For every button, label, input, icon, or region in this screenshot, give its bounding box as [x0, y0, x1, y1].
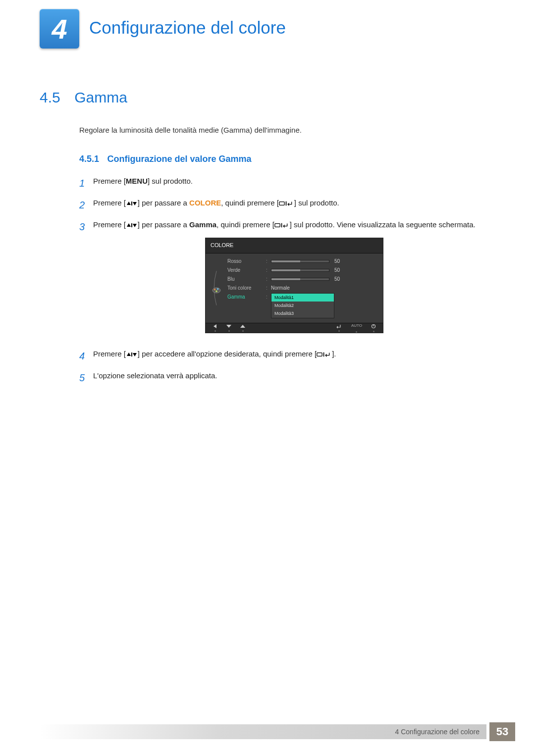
svg-marker-14	[214, 324, 216, 328]
osd-header: COLORE	[206, 238, 383, 253]
osd-nav-left-icon	[213, 324, 217, 332]
chapter-number: 4	[52, 13, 67, 45]
step-3: 3 Premere [] per passare a Gamma, quindi…	[79, 219, 495, 342]
subsection-heading: 4.5.1 Configurazione del valore Gamma	[79, 154, 495, 164]
step-4: 4 Premere [] per accedere all'opzione de…	[79, 348, 495, 364]
osd-row-blu: Blu : 50	[227, 275, 378, 284]
step-number: 1	[79, 175, 93, 191]
osd-gamma-dropdown: Modalità1 Modalità2 Modalità3	[271, 293, 334, 318]
up-down-icon	[126, 200, 138, 207]
page-content: 4.5 Gamma Regolare la luminosità delle t…	[40, 89, 495, 392]
osd-power-icon	[371, 324, 376, 332]
svg-point-11	[214, 289, 216, 291]
osd-row-rosso: Rosso : 50	[227, 257, 378, 266]
svg-marker-19	[127, 353, 131, 356]
osd-side-icon	[206, 253, 227, 323]
osd-enter-icon	[336, 324, 342, 332]
svg-rect-22	[317, 353, 322, 356]
step-5: 5 L'opzione selezionata verrà applicata.	[79, 370, 495, 386]
osd-nav-up-icon	[240, 324, 245, 332]
svg-marker-0	[127, 202, 131, 205]
svg-rect-23	[323, 353, 324, 357]
footer-page-number: 53	[489, 722, 515, 741]
chapter-number-badge: 4	[40, 9, 79, 49]
section-title: Gamma	[74, 89, 127, 105]
svg-rect-4	[286, 202, 287, 206]
osd-row-gamma: Gamma : Modalità1 Modalità2 Modalità3	[227, 293, 378, 318]
svg-rect-3	[279, 202, 284, 205]
step-text: Premere [] per accedere all'opzione desi…	[93, 348, 495, 360]
source-enter-icon	[274, 222, 290, 229]
osd-row-toni-colore: Toni colore : Normale	[227, 284, 378, 293]
svg-marker-5	[127, 223, 131, 227]
section-heading: 4.5 Gamma	[40, 89, 495, 106]
osd-gamma-option: Modalità3	[271, 309, 334, 317]
steps-list: 1 Premere [MENU] sul prodotto. 2 Premere…	[79, 175, 495, 386]
svg-rect-8	[275, 224, 280, 227]
osd-panel: COLORE	[205, 238, 383, 333]
step-2: 2 Premere [] per passare a COLORE, quind…	[79, 197, 495, 213]
footer-chapter-label: 4 Configurazione del colore	[40, 724, 486, 739]
svg-point-13	[215, 290, 217, 292]
osd-screenshot: COLORE	[93, 238, 495, 333]
osd-gamma-option: Modalità1	[271, 294, 334, 302]
subsection-title: Configurazione del valore Gamma	[107, 154, 252, 164]
colore-keyword: COLORE	[189, 199, 221, 207]
svg-point-12	[217, 288, 219, 290]
subsection-number: 4.5.1	[79, 154, 99, 164]
osd-footer: AUTO	[206, 323, 383, 333]
step-text: Premere [MENU] sul prodotto.	[93, 175, 495, 187]
osd-auto-label: AUTO	[351, 323, 362, 333]
step-text: Premere [] per passare a Gamma, quindi p…	[93, 219, 495, 342]
up-down-icon	[126, 222, 138, 229]
svg-rect-21	[131, 353, 132, 356]
step-number: 5	[79, 370, 93, 386]
osd-row-verde: Verde : 50	[227, 266, 378, 275]
source-enter-icon	[279, 200, 294, 207]
svg-rect-2	[131, 202, 132, 205]
step-number: 3	[79, 219, 93, 235]
svg-marker-1	[133, 202, 137, 205]
step-text: L'opzione selezionata verrà applicata.	[93, 370, 495, 382]
menu-keyword: MENU	[126, 177, 148, 185]
svg-rect-9	[281, 223, 282, 228]
section-intro: Regolare la luminosità delle tonalità me…	[79, 126, 495, 134]
svg-marker-20	[133, 353, 137, 356]
svg-marker-16	[240, 325, 245, 328]
step-text: Premere [] per passare a COLORE, quindi …	[93, 197, 495, 209]
source-enter-icon	[317, 351, 332, 358]
svg-marker-15	[226, 325, 231, 328]
page-footer: 4 Configurazione del colore 53	[40, 722, 515, 741]
svg-marker-6	[133, 224, 137, 227]
gamma-keyword: Gamma	[189, 220, 216, 229]
osd-nav-down-icon	[226, 324, 231, 332]
up-down-icon	[126, 351, 138, 358]
section-number: 4.5	[40, 89, 60, 105]
step-number: 2	[79, 197, 93, 213]
step-number: 4	[79, 348, 93, 364]
svg-rect-7	[131, 223, 132, 227]
chapter-title: Configurazione del colore	[89, 18, 286, 38]
step-1: 1 Premere [MENU] sul prodotto.	[79, 175, 495, 191]
osd-gamma-option: Modalità2	[271, 302, 334, 309]
